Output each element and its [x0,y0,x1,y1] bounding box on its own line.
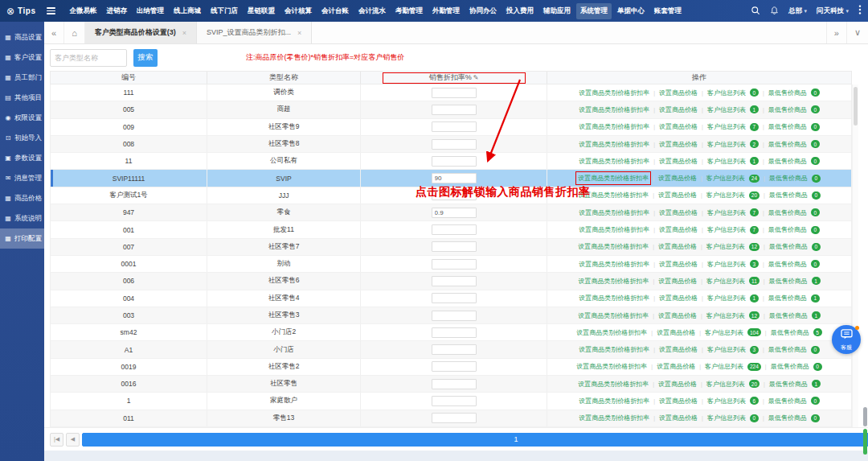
sidebar-item[interactable]: ✉ 消息管理 [0,168,44,188]
op-set-product-price[interactable]: 设置商品价格 [658,242,697,251]
nav-item[interactable]: 投入费用 [502,3,538,19]
op-set-category-discount-rate[interactable]: 设置商品类别价格折扣率 [579,157,649,166]
org-dropdown[interactable]: 总部 ▾ [788,6,807,16]
sidebar-item[interactable]: ▣ 参数设置 [0,148,44,168]
op-set-product-price[interactable]: 设置商品价格 [658,277,697,286]
discount-input[interactable] [432,311,477,321]
op-lowest-price-products[interactable]: 最低售价商品 [769,277,808,286]
op-set-product-price[interactable]: 设置商品价格 [657,328,695,337]
discount-input[interactable] [432,259,477,270]
nav-item[interactable]: 企微易帐 [65,3,100,19]
op-lowest-price-products[interactable]: 最低售价商品 [768,397,807,405]
op-lowest-price-products[interactable]: 最低售价商品 [768,414,807,422]
nav-item[interactable]: 会计核算 [280,3,316,19]
op-customer-info-list[interactable]: 客户信息列表 [707,225,746,234]
op-lowest-price-products[interactable]: 最低售价商品 [769,191,808,200]
op-customer-info-list[interactable]: 客户信息列表 [706,277,745,286]
discount-input[interactable] [432,241,477,252]
op-customer-info-list[interactable]: 客户信息列表 [707,294,746,303]
op-set-category-discount-rate[interactable]: 设置商品类别价格折扣率 [579,105,649,114]
sidebar-item[interactable]: ▦ 系统说明 [0,208,44,228]
discount-input[interactable] [432,224,477,235]
op-set-category-discount-rate[interactable]: 设置商品类别价格折扣率 [579,414,649,422]
discount-input[interactable] [432,293,477,303]
discount-input[interactable] [432,396,477,406]
op-set-category-discount-rate[interactable]: 设置商品类别价格折扣率 [579,208,649,217]
op-lowest-price-products[interactable]: 最低售价商品 [768,140,807,149]
op-customer-info-list[interactable]: 客户信息列表 [707,88,746,97]
op-set-product-price[interactable]: 设置商品价格 [658,191,697,200]
op-set-product-price[interactable]: 设置商品价格 [659,140,698,149]
op-customer-info-list[interactable]: 客户信息列表 [707,260,746,269]
sidebar-item[interactable]: ▤ 其他项目 [0,88,44,108]
op-set-category-discount-rate[interactable]: 设置商品类别价格折扣率 [576,328,647,337]
search-input[interactable] [50,49,127,67]
discount-input[interactable] [432,344,477,355]
op-set-category-discount-rate[interactable]: 设置商品类别价格折扣率 [579,140,649,149]
op-customer-info-list[interactable]: 客户信息列表 [706,242,745,251]
nav-item[interactable]: 星链联盟 [244,3,279,19]
nav-item[interactable]: 考勤管理 [391,3,427,19]
op-set-product-price[interactable]: 设置商品价格 [659,345,698,354]
nav-item[interactable]: 会计流水 [354,3,390,19]
discount-input[interactable] [432,88,477,98]
op-set-product-price[interactable]: 设置商品价格 [658,174,697,183]
sidebar-item[interactable]: ▦ 商品设置 [0,27,44,47]
discount-input[interactable] [432,208,477,218]
op-set-category-discount-rate[interactable]: 设置商品类别价格折扣率 [579,225,649,234]
op-customer-info-list[interactable]: 客户信息列表 [707,208,746,217]
op-customer-info-list[interactable]: 客户信息列表 [707,414,746,422]
op-set-product-price[interactable]: 设置商品价格 [657,362,695,371]
op-set-category-discount-rate[interactable]: 设置商品类别价格折扣率 [579,345,649,354]
nav-item[interactable]: 进销存 [102,3,131,19]
page-scrollbar-thumb[interactable] [863,407,867,426]
op-set-category-discount-rate[interactable]: 设置商品类别价格折扣率 [579,88,649,97]
discount-input[interactable] [432,121,477,132]
service-button[interactable]: 客服 [832,325,861,354]
expand-tabs-icon[interactable]: » [826,22,846,43]
tab[interactable]: SVIP_设置商品类别折扣... × [197,22,312,43]
op-set-category-discount-rate[interactable]: 设置商品类别价格折扣率 [578,242,649,251]
op-customer-info-list[interactable]: 客户信息列表 [707,397,746,405]
op-customer-info-list[interactable]: 客户信息列表 [707,122,746,131]
more-icon[interactable] [858,4,862,19]
nav-item[interactable]: 协同办公 [465,3,501,19]
op-set-product-price[interactable]: 设置商品价格 [659,208,698,217]
sidebar-item[interactable]: ◉ 权限设置 [0,108,44,128]
table-scrollbar[interactable] [852,84,858,427]
op-set-product-price[interactable]: 设置商品价格 [659,294,698,303]
sidebar-item[interactable]: ▦ 商品价格 [0,188,44,208]
bell-icon[interactable] [770,4,779,19]
op-customer-info-list[interactable]: 客户信息列表 [706,380,745,389]
discount-input[interactable] [432,327,477,338]
op-set-product-price[interactable]: 设置商品价格 [659,225,698,234]
discount-input[interactable] [432,139,477,150]
nav-item[interactable]: 会计台账 [317,3,353,19]
nav-item[interactable]: 出纳管理 [133,3,168,19]
op-lowest-price-products[interactable]: 最低售价商品 [768,260,807,269]
discount-input[interactable] [432,156,477,167]
collapse-tabs-icon[interactable]: « [44,22,64,43]
op-set-category-discount-rate[interactable]: 设置商品类别价格折扣率 [578,311,649,320]
discount-input[interactable] [432,379,477,389]
op-set-product-price[interactable]: 设置商品价格 [659,260,698,269]
nav-item[interactable]: 辅助应用 [539,3,575,19]
tab-close-icon[interactable]: × [297,29,301,37]
nav-item[interactable]: 外勤管理 [428,3,464,19]
op-customer-info-list[interactable]: 客户信息列表 [707,157,746,166]
page-scrollbar-thumb-green[interactable] [863,429,867,455]
op-lowest-price-products[interactable]: 最低售价商品 [768,208,807,217]
home-icon[interactable]: ⌂ [64,22,85,43]
discount-input[interactable] [432,413,477,423]
table-scrollbar-thumb[interactable] [854,87,858,126]
page-button[interactable]: 1 [82,433,868,447]
op-lowest-price-products[interactable]: 最低售价商品 [769,311,808,320]
op-lowest-price-products[interactable]: 最低售价商品 [768,157,807,166]
edit-pencil-icon[interactable]: ✎ [473,74,479,81]
discount-input[interactable] [432,105,477,115]
op-lowest-price-products[interactable]: 最低售价商品 [768,345,807,354]
op-customer-info-list[interactable]: 客户信息列表 [707,345,746,354]
nav-item[interactable]: 系统管理 [576,3,612,19]
prev-page-button[interactable]: ◀ [66,433,80,447]
op-set-product-price[interactable]: 设置商品价格 [659,157,698,166]
